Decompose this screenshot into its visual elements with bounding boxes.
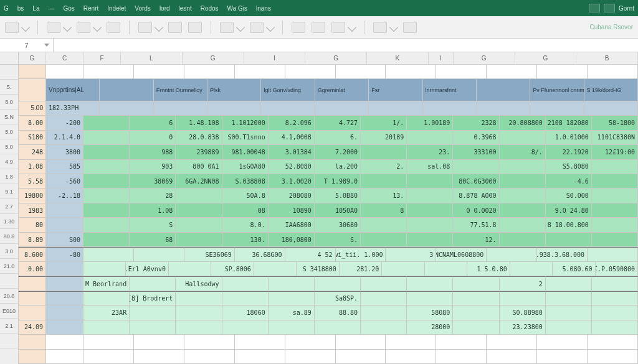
- row-header[interactable]: S.N: [0, 110, 18, 124]
- cell[interactable]: S: [130, 218, 176, 232]
- tab-item[interactable]: —: [48, 5, 54, 12]
- cell[interactable]: S5.8080: [546, 160, 592, 174]
- name-box[interactable]: 7: [0, 39, 54, 52]
- cell[interactable]: 6: [130, 116, 176, 130]
- cell[interactable]: 3: [386, 247, 436, 261]
- row-header[interactable]: 21.0: [0, 259, 18, 274]
- cell[interactable]: [83, 65, 134, 79]
- cell[interactable]: [269, 320, 315, 335]
- tab-item[interactable]: bs: [17, 5, 24, 12]
- cell[interactable]: 1.08: [130, 203, 176, 218]
- cell[interactable]: [500, 291, 546, 306]
- cell[interactable]: [425, 262, 467, 276]
- cell[interactable]: [176, 233, 222, 247]
- cell[interactable]: -4.6: [546, 174, 592, 189]
- cell[interactable]: Fsr: [369, 79, 422, 101]
- cell[interactable]: [588, 335, 638, 349]
- cell[interactable]: 4.727: [315, 116, 361, 130]
- tab-item[interactable]: La: [32, 5, 39, 12]
- row-header[interactable]: 1.8: [0, 169, 18, 184]
- cell[interactable]: 281.20: [340, 262, 382, 276]
- cell[interactable]: [361, 276, 407, 291]
- tab-item[interactable]: lnans: [256, 5, 271, 12]
- cell[interactable]: [222, 291, 269, 306]
- chevron-down-icon[interactable]: [389, 22, 398, 31]
- cell[interactable]: S.: [315, 233, 361, 247]
- row-header[interactable]: 80.8: [0, 229, 18, 244]
- sort-button[interactable]: [373, 22, 387, 33]
- view-icon[interactable]: [589, 4, 600, 12]
- cell[interactable]: -200: [46, 116, 83, 130]
- cell[interactable]: [453, 306, 499, 320]
- chevron-down-icon[interactable]: [21, 22, 30, 31]
- cell[interactable]: [592, 233, 638, 247]
- cell[interactable]: 8.0.: [222, 218, 269, 232]
- cell[interactable]: 1:6.01£.P.0590800: [596, 262, 638, 276]
- cell[interactable]: [176, 306, 222, 320]
- cell[interactable]: [83, 291, 130, 306]
- row-header[interactable]: [0, 334, 18, 348]
- cell[interactable]: [315, 101, 369, 116]
- cell[interactable]: [436, 350, 487, 364]
- cell[interactable]: 0 0.0020: [453, 203, 499, 218]
- cell[interactable]: 7.2000: [315, 145, 361, 159]
- cell[interactable]: [361, 174, 407, 189]
- align-button[interactable]: [138, 22, 152, 33]
- cell[interactable]: [19, 306, 46, 320]
- cell[interactable]: [285, 350, 336, 364]
- cell[interactable]: 8 18.00.800: [546, 218, 592, 232]
- cell[interactable]: 77.51.8: [453, 218, 499, 232]
- cell[interactable]: 1.0.01000: [546, 131, 592, 145]
- tab-item[interactable]: Wa Gis: [227, 5, 247, 12]
- cell[interactable]: [546, 233, 592, 247]
- row-header[interactable]: [0, 65, 18, 80]
- cells-area[interactable]: Vnpprtins|ALFrnntnt OumnelloyPlsklglt Go…: [19, 65, 638, 364]
- cell[interactable]: [592, 203, 638, 218]
- cell[interactable]: S.038808: [222, 174, 269, 189]
- cell[interactable]: [500, 218, 546, 232]
- align-button[interactable]: [168, 22, 182, 33]
- cell[interactable]: 38069: [130, 174, 176, 189]
- cell[interactable]: [361, 145, 407, 159]
- cell[interactable]: [500, 233, 546, 247]
- cell[interactable]: [83, 335, 134, 349]
- cell[interactable]: Pv Ffunennonl cnrimv: [530, 79, 584, 101]
- cell[interactable]: [592, 306, 638, 320]
- cell[interactable]: [176, 189, 222, 203]
- cell[interactable]: 182.33PH: [46, 101, 100, 116]
- cell[interactable]: [100, 101, 153, 116]
- column-header[interactable]: I: [244, 52, 306, 64]
- cell[interactable]: S 19k/dord-IG: [584, 79, 638, 101]
- cell[interactable]: 2kICNCNAML0608800: [436, 247, 487, 261]
- cell[interactable]: 52.8080: [269, 160, 315, 174]
- cell[interactable]: [222, 276, 269, 291]
- cell[interactable]: [46, 291, 83, 306]
- row-header[interactable]: 9.1: [0, 184, 18, 199]
- row-header[interactable]: 2.7: [0, 199, 18, 214]
- chevron-down-icon[interactable]: [93, 22, 102, 31]
- cell[interactable]: [588, 350, 638, 364]
- row-header[interactable]: 5.0: [0, 139, 18, 154]
- cell[interactable]: 1983: [19, 203, 46, 218]
- cell[interactable]: [19, 350, 46, 364]
- cell[interactable]: 8: [361, 203, 407, 218]
- tab-item[interactable]: G: [4, 5, 9, 12]
- cell[interactable]: 13.: [361, 189, 407, 203]
- cell[interactable]: Plsk: [207, 79, 261, 101]
- cell[interactable]: [83, 203, 130, 218]
- cell[interactable]: 68: [130, 233, 176, 247]
- cell[interactable]: [477, 101, 530, 116]
- cell[interactable]: S00.T1snno: [222, 131, 269, 145]
- cell[interactable]: [407, 131, 453, 145]
- row-header[interactable]: 5.0: [0, 124, 18, 139]
- cell[interactable]: 3.1.0020: [269, 174, 315, 189]
- cell[interactable]: [487, 350, 537, 364]
- cell[interactable]: [386, 335, 436, 349]
- cell[interactable]: [169, 262, 211, 276]
- cell[interactable]: [176, 320, 222, 335]
- cell[interactable]: 20189: [361, 131, 407, 145]
- cell[interactable]: T 1.989.0: [315, 174, 361, 189]
- cell[interactable]: [254, 262, 297, 276]
- cell[interactable]: 23.23800: [500, 320, 546, 335]
- cell[interactable]: [453, 276, 499, 291]
